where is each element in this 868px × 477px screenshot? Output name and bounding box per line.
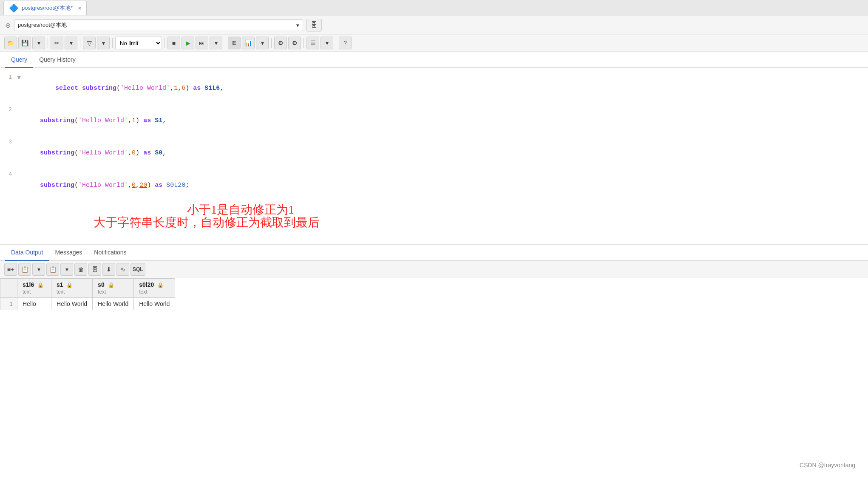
limit-select[interactable]: No limit 100 rows 1000 rows [115,37,162,49]
col-type-s1: text [57,289,65,295]
col-header-s1l6: s1l6 🔒 text [17,279,51,298]
paste-button[interactable]: 📋 [46,263,59,276]
annotation-area: 小于1是自动修正为1 大于字符串长度时，自动修正为截取到最后 [0,202,868,240]
query-editor[interactable]: 1 ▼ select substring('Hello World',1,6) … [0,68,868,245]
explain-e-button[interactable]: E [228,37,241,49]
connection-input[interactable]: postgres/root@本地 ▾ [14,19,303,31]
tab-db-icon: 🔷 [9,3,18,13]
code-content-2: substring('Hello World',1) as S1, [25,106,868,136]
sql-filter-button[interactable]: SQL [130,263,145,276]
line-num-1: 1 [0,73,17,82]
line-num-2: 2 [0,106,17,114]
code-content-1: select substring('Hello World',1,6) as S… [25,73,868,104]
code-line-4: 4 substring('Hello World',0,20) as S0L20… [0,169,868,202]
connection-dropdown-icon[interactable]: ▾ [296,22,299,29]
cell-s0[interactable]: Hello World [93,298,134,310]
col-type-s0: text [98,289,106,295]
toolbar-separator-4 [165,38,165,48]
db-import-button[interactable]: 🗄 [88,263,101,276]
row-num-1: 1 [0,298,17,310]
tab-bar: 🔷 postgres/root@本地* × [0,0,868,16]
tab-close-button[interactable]: × [78,5,81,11]
line-num-4: 4 [0,170,17,179]
lock-icon-s1: 🔒 [66,282,73,288]
table-header-row: s1l6 🔒 text s1 🔒 text s0 🔒 text [0,279,175,298]
output-section: Data Output Messages Notifications ≡+ 📋 … [0,245,868,477]
output-tabs: Data Output Messages Notifications [0,245,868,261]
toolbar: 📁 💾 ▾ ✏ ▾ ▽ ▾ No limit 100 rows 1000 row… [0,34,868,52]
col-name-s1: s1 [57,281,63,288]
table-row: 1 Hello Hello World Hello World Hello Wo… [0,298,175,310]
add-row-button[interactable]: ≡+ [4,263,17,276]
edit-dropdown-button[interactable]: ▾ [65,37,77,49]
edit-button[interactable]: ✏ [51,37,63,49]
cell-s1[interactable]: Hello World [51,298,93,310]
lock-icon-s0: 🔒 [108,282,114,288]
save-button[interactable]: 💾 [18,37,31,49]
help-button[interactable]: ? [339,37,352,49]
copy-dropdown-button[interactable]: ▾ [32,263,45,276]
filter-button[interactable]: ▽ [83,37,96,49]
col-name-s0l20: s0l20 [139,281,154,288]
tab-query[interactable]: Query [5,52,33,68]
lock-icon-s0l20: 🔒 [157,282,164,288]
editor-tabs: Query Query History [0,52,868,68]
tab-title: postgres/root@本地* [22,4,73,12]
tab-query-history[interactable]: Query History [33,52,82,68]
col-header-s1: s1 🔒 text [51,279,93,298]
code-content-4: substring('Hello World',0,20) as S0L20; [25,170,868,201]
db-connect-button[interactable]: 🗄 [306,19,322,31]
tab-data-output[interactable]: Data Output [5,245,49,261]
code-content-3: substring('Hello World',0) as S0, [25,138,868,169]
filter-dropdown-button[interactable]: ▾ [97,37,110,49]
stop-button[interactable]: ■ [167,37,180,49]
lock-icon-s1l6: 🔒 [37,282,44,288]
explain-dropdown-button[interactable]: ▾ [256,37,269,49]
toolbar-separator-5 [225,38,225,48]
code-line-1: 1 ▼ select substring('Hello World',1,6) … [0,72,868,105]
list-dropdown-button[interactable]: ▾ [321,37,333,49]
col-type-s1l6: text [23,289,31,295]
list-button[interactable]: ☰ [306,37,319,49]
save-csv-button[interactable]: ⬇ [102,263,115,276]
toolbar-separator-7 [304,38,304,48]
cell-s1l6[interactable]: Hello [17,298,51,310]
result-table: s1l6 🔒 text s1 🔒 text s0 🔒 text [0,278,175,310]
col-name-s0: s0 [98,281,105,288]
db-actions-2-button[interactable]: ⚙ [288,37,301,49]
tab-notifications[interactable]: Notifications [88,245,132,261]
connection-value: postgres/root@本地 [18,21,67,29]
run-partial-button[interactable]: ⏭ [196,37,208,49]
open-file-button[interactable]: 📁 [4,37,17,49]
cell-s0l20[interactable]: Hello World [134,298,175,310]
delete-row-button[interactable]: 🗑 [74,263,87,276]
col-name-s1l6: s1l6 [23,281,34,288]
col-header-s0l20: s0l20 🔒 text [134,279,175,298]
toolbar-separator-6 [271,38,272,48]
watermark: CSDN @trayvontang [800,462,855,468]
copy-button[interactable]: 📋 [18,263,31,276]
db-actions-1-button[interactable]: ⚙ [274,37,287,49]
col-header-s0: s0 🔒 text [93,279,134,298]
main-tab[interactable]: 🔷 postgres/root@本地* × [3,1,87,15]
explain-chart-button[interactable]: 📊 [242,37,255,49]
row-num-header [0,279,17,298]
run-button[interactable]: ▶ [182,37,194,49]
app-window: 🔷 postgres/root@本地* × ⊕ postgres/root@本地… [0,0,868,477]
data-table-wrapper: s1l6 🔒 text s1 🔒 text s0 🔒 text [0,278,868,310]
toolbar-separator-3 [112,38,113,48]
tab-messages[interactable]: Messages [49,245,88,261]
col-type-s0l20: text [139,289,147,295]
toolbar-separator-1 [48,38,48,48]
line-expand-1[interactable]: ▼ [17,73,25,83]
toolbar-separator-2 [80,38,80,48]
code-line-2: 2 substring('Hello World',1) as S1, [0,105,868,137]
paste-dropdown-button[interactable]: ▾ [60,263,73,276]
save-dropdown-button[interactable]: ▾ [32,37,45,49]
code-line-3: 3 substring('Hello World',0) as S0, [0,137,868,169]
annotation-2: 大于字符串长度时，自动修正为截取到最后 [94,214,320,231]
connection-bar: ⊕ postgres/root@本地 ▾ 🗄 [0,16,868,34]
run-dropdown-button[interactable]: ▾ [210,37,222,49]
toolbar-separator-8 [336,38,336,48]
graph-button[interactable]: ∿ [116,263,129,276]
